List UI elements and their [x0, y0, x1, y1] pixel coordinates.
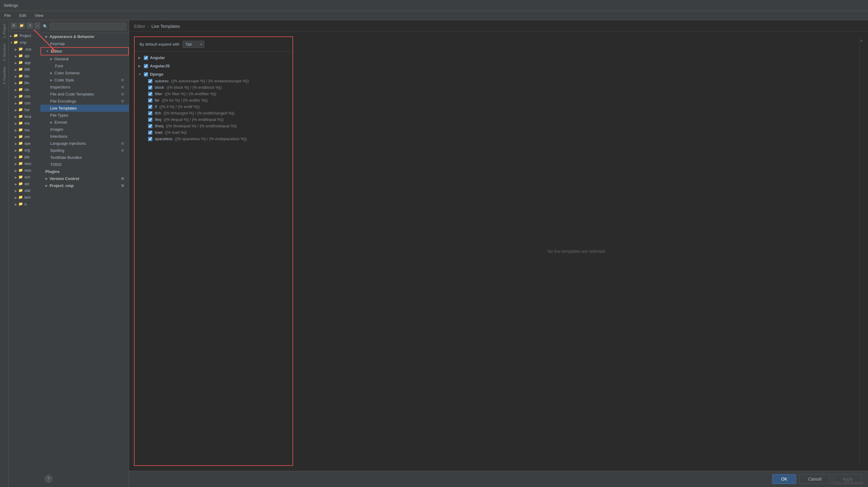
- angular-checkbox[interactable]: [144, 56, 148, 60]
- if-desc: ({% if %} / {% endif %}): [159, 104, 200, 109]
- block-desc: ({% block %} / {% endblock %}): [166, 85, 221, 90]
- sidebar-icon-1[interactable]: ⚙: [10, 22, 17, 29]
- nav-item-spelling[interactable]: Spelling ⊞: [40, 147, 129, 154]
- menu-file[interactable]: File: [2, 12, 12, 18]
- templates-panel: By default expand with Tab Enter Space: [134, 36, 293, 466]
- sidebar-icon-2[interactable]: 📁: [18, 22, 25, 29]
- nav-item-inspections[interactable]: Inspections ⊞: [40, 84, 129, 91]
- right-scrollbar: +: [860, 36, 863, 466]
- django-checkbox[interactable]: [144, 72, 148, 77]
- django-name: Django: [150, 72, 163, 77]
- nav-section-plugins[interactable]: Plugins: [40, 168, 129, 175]
- angularjs-checkbox[interactable]: [144, 64, 148, 68]
- for-checkbox[interactable]: [148, 98, 152, 102]
- nav-item-codestyle[interactable]: ▶ Code Style ⊞: [40, 77, 129, 84]
- versioncontrol-arrow-icon: ▶: [45, 177, 48, 180]
- nav-item-textmatebundles[interactable]: TextMate Bundles: [40, 154, 129, 161]
- template-item-block[interactable]: block ({% block %} / {% endblock %}): [135, 84, 292, 91]
- menu-view[interactable]: View: [33, 12, 45, 18]
- nav-item-livetemplates[interactable]: Live Templates: [40, 105, 129, 112]
- nav-item-images[interactable]: Images: [40, 126, 129, 133]
- spaceless-checkbox[interactable]: [148, 137, 152, 141]
- settings-body: 🔍 ▶ Appearance & Behavior Keymap: [40, 20, 868, 487]
- template-item-filter[interactable]: filter ({% filter %} / {% endfilter %}): [135, 91, 292, 97]
- ifch-desc: ({% ifchanged %} / {% endifchanged %}): [163, 111, 235, 115]
- sidebar-icon-4[interactable]: ←: [34, 22, 41, 29]
- group-header-angularjs[interactable]: ▶ AngularJS: [135, 62, 292, 69]
- main-layout: 1: Project Z: Structure 2: Favorites ⚙ 📁…: [0, 20, 868, 487]
- load-checkbox[interactable]: [148, 130, 152, 135]
- ifneq-name: ifneq: [155, 124, 163, 128]
- nav-section-appearance[interactable]: ▶ Appearance & Behavior: [40, 33, 129, 40]
- nav-item-font[interactable]: Font: [40, 62, 129, 69]
- nav-item-emmet[interactable]: ▶ Emmet: [40, 119, 129, 126]
- tab-project[interactable]: 1: Project: [1, 22, 7, 40]
- filter-checkbox[interactable]: [148, 92, 152, 96]
- nav-item-general[interactable]: ▶ General: [40, 55, 129, 62]
- django-arrow-icon: ▼: [138, 72, 142, 76]
- nav-item-colorscheme[interactable]: ▶ Color Scheme: [40, 69, 129, 77]
- template-item-load[interactable]: load ({% load %}): [135, 129, 292, 135]
- livetemplates-label: Live Templates: [50, 106, 76, 111]
- template-item-for[interactable]: for ({% for %} / {% endfor %}): [135, 97, 292, 103]
- group-header-django[interactable]: ▼ Django: [135, 71, 292, 78]
- block-name: block: [155, 85, 164, 90]
- load-name: load: [155, 130, 162, 135]
- appearance-label: Appearance & Behavior: [50, 34, 95, 39]
- group-header-angular[interactable]: ▶ Angular: [135, 54, 292, 61]
- nav-item-filecodetemplates[interactable]: File and Code Templates ⊞: [40, 91, 129, 98]
- settings-search-input[interactable]: [50, 23, 126, 30]
- ifch-name: ifch: [155, 111, 161, 115]
- template-item-ifch[interactable]: ifch ({% ifchanged %} / {% endifchanged …: [135, 110, 292, 116]
- help-button[interactable]: ?: [45, 475, 53, 483]
- intentions-label: Intentions: [50, 134, 67, 139]
- tab-structure[interactable]: Z: Structure: [1, 41, 7, 63]
- expand-select[interactable]: Tab Enter Space: [183, 41, 205, 48]
- nav-section-editor[interactable]: ▼ Editor: [40, 47, 129, 55]
- angularjs-name: AngularJS: [150, 64, 170, 68]
- nav-item-filetypes[interactable]: File Types: [40, 112, 129, 119]
- sidebar-icon-3[interactable]: ↺: [26, 22, 33, 29]
- settings-overlay: 🔍 ▶ Appearance & Behavior Keymap: [40, 20, 868, 487]
- languageinjections-icon: ⊞: [121, 142, 124, 145]
- template-item-ifeq[interactable]: ifeq ({% ifequal %} / {% endifequal %}): [135, 116, 292, 123]
- nav-item-keymap[interactable]: Keymap: [40, 40, 129, 47]
- filecodetemplates-icon: ⊞: [121, 92, 124, 96]
- template-item-if[interactable]: if ({% if %} / {% endif %}): [135, 103, 292, 110]
- filter-name: filter: [155, 92, 162, 96]
- tab-favorites[interactable]: 2: Favorites: [1, 64, 7, 87]
- template-item-spaceless[interactable]: spaceless ({% spaceless %} / {% endspace…: [135, 135, 292, 142]
- autoesc-checkbox[interactable]: [148, 79, 152, 83]
- breadcrumb-current: Live Templates: [151, 24, 180, 29]
- ifeq-checkbox[interactable]: [148, 118, 152, 122]
- content-header: Editor › Live Templates: [129, 20, 868, 32]
- nav-item-intentions[interactable]: Intentions: [40, 133, 129, 140]
- if-name: if: [155, 104, 157, 109]
- menu-edit[interactable]: Edit: [18, 12, 28, 18]
- if-checkbox[interactable]: [148, 105, 152, 109]
- general-label: General: [55, 57, 68, 61]
- autoesc-name: autoesc: [155, 79, 169, 83]
- colorscheme-arrow-icon: ▶: [50, 71, 53, 75]
- cancel-button[interactable]: Cancel: [799, 474, 830, 484]
- ifneq-checkbox[interactable]: [148, 124, 152, 128]
- autoesc-desc: ({% autoescape %} / {% endautoescape %}): [171, 79, 249, 83]
- content-area: By default expand with Tab Enter Space: [129, 32, 868, 471]
- nav-section-project[interactable]: ▶ Project: cmp ⊞: [40, 182, 129, 189]
- breadcrumb-parent: Editor: [134, 24, 145, 29]
- template-item-autoesc[interactable]: autoesc ({% autoescape %} / {% endautoes…: [135, 78, 292, 84]
- add-template-button[interactable]: +: [860, 38, 863, 43]
- codestyle-label: Code Style: [55, 78, 74, 82]
- template-item-ifneq[interactable]: ifneq ({% ifnotequal %} / {% endifnotequ…: [135, 123, 292, 129]
- block-checkbox[interactable]: [148, 85, 152, 90]
- ifneq-desc: ({% ifnotequal %} / {% endifnotequal %}): [166, 124, 237, 128]
- group-angular: ▶ Angular: [135, 54, 292, 61]
- nav-section-versioncontrol[interactable]: ▶ Version Control ⊞: [40, 175, 129, 182]
- angularjs-arrow-icon: ▶: [138, 64, 142, 68]
- nav-item-fileencodings[interactable]: File Encodings ⊞: [40, 98, 129, 105]
- nav-item-languageinjections[interactable]: Language Injections ⊞: [40, 140, 129, 147]
- ok-button[interactable]: OK: [772, 474, 796, 484]
- nav-item-todo[interactable]: TODO: [40, 161, 129, 168]
- help-icon: ?: [48, 476, 50, 481]
- ifch-checkbox[interactable]: [148, 111, 152, 115]
